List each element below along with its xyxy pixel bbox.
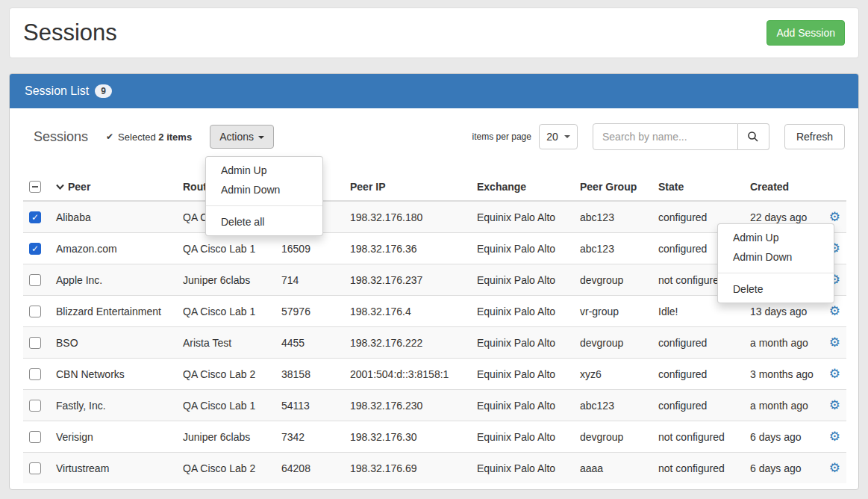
cell-row-actions: ⚙ <box>820 390 846 421</box>
cell-asn: 38158 <box>275 359 344 390</box>
menu-item-delete[interactable]: Delete <box>718 279 834 299</box>
cell-exchange: Equinix Palo Alto <box>471 421 574 453</box>
toolbar-right: items per page 20 Refresh <box>472 123 845 150</box>
cell-exchange: Equinix Palo Alto <box>471 233 574 264</box>
cell-select <box>23 296 50 327</box>
row-checkbox[interactable]: ✓ <box>29 243 41 255</box>
cell-peer: Amazon.com <box>50 233 177 264</box>
cell-peer-ip: 198.32.176.36 <box>344 233 471 264</box>
cell-peer-ip: 198.32.176.222 <box>344 327 471 359</box>
cell-exchange: Equinix Palo Alto <box>471 296 574 327</box>
row-checkbox[interactable] <box>29 400 41 412</box>
gear-icon[interactable]: ⚙ <box>829 304 840 318</box>
cell-peer-group: devgroup <box>574 327 652 359</box>
cell-peer-group: devgroup <box>574 264 652 296</box>
menu-item-admin-down[interactable]: Admin Down <box>206 180 322 199</box>
cell-peer-group: abc123 <box>574 201 652 233</box>
cell-select <box>23 359 50 390</box>
cell-router: Juniper 6clabs <box>177 264 275 296</box>
cell-router: QA Cisco Lab 1 <box>177 233 275 264</box>
gear-icon[interactable]: ⚙ <box>829 210 840 224</box>
menu-item-admin-up[interactable]: Admin Up <box>718 228 834 247</box>
gear-icon[interactable]: ⚙ <box>829 398 840 412</box>
cell-exchange: Equinix Palo Alto <box>471 327 574 359</box>
cell-peer-ip: 198.32.176.237 <box>344 264 471 296</box>
cell-select: ✓ <box>23 201 50 233</box>
cell-exchange: Equinix Palo Alto <box>471 201 574 233</box>
row-checkbox[interactable] <box>29 274 41 286</box>
check-icon: ✔ <box>106 131 113 142</box>
cell-exchange: Equinix Palo Alto <box>471 453 574 484</box>
cell-peer-group: xyz6 <box>574 359 652 390</box>
col-peer-group: Peer Group <box>574 173 652 201</box>
cell-created: 6 days ago <box>744 421 820 453</box>
caret-down-icon <box>258 136 264 139</box>
selected-count: 2 items <box>158 131 192 143</box>
selection-summary: ✔ Selected 2 items <box>106 131 192 143</box>
gear-icon[interactable]: ⚙ <box>829 430 840 444</box>
cell-peer: Alibaba <box>50 201 177 233</box>
cell-row-actions: ⚙ <box>820 453 846 484</box>
caret-down-icon <box>564 135 570 138</box>
toolbar-title: Sessions <box>34 129 88 145</box>
cell-asn: 7342 <box>275 421 344 453</box>
row-checkbox[interactable] <box>29 368 41 380</box>
gear-icon[interactable]: ⚙ <box>829 335 840 350</box>
row-checkbox[interactable] <box>29 431 41 443</box>
cell-peer-ip: 198.32.176.69 <box>344 453 471 484</box>
cell-asn: 64208 <box>275 453 344 484</box>
cell-router: QA Cisco Lab 2 <box>177 453 275 484</box>
table-row: Fastly, Inc. QA Cisco Lab 1 54113 198.32… <box>23 390 846 421</box>
cell-asn: 16509 <box>275 233 344 264</box>
cell-exchange: Equinix Palo Alto <box>471 390 574 421</box>
table-row: BSO Arista Test 4455 198.32.176.222 Equi… <box>23 327 846 359</box>
refresh-button[interactable]: Refresh <box>784 124 845 149</box>
row-checkbox[interactable] <box>29 337 41 349</box>
cell-row-actions: ⚙ <box>820 359 846 390</box>
page-size-select[interactable]: 20 <box>539 124 578 149</box>
search-input[interactable] <box>593 123 738 150</box>
search-icon <box>747 131 759 143</box>
row-checkbox[interactable] <box>29 306 41 317</box>
cell-peer: Virtustream <box>50 453 177 484</box>
cell-peer-ip: 198.32.176.30 <box>344 421 471 453</box>
menu-item-delete-all[interactable]: Delete all <box>206 212 322 232</box>
cell-state: configured <box>652 390 744 421</box>
gear-icon[interactable]: ⚙ <box>829 461 840 475</box>
col-peer[interactable]: Peer <box>50 173 177 201</box>
cell-peer-ip: 198.32.176.4 <box>344 296 471 327</box>
table-row: CBN Networks QA Cisco Lab 2 38158 2001:5… <box>23 359 846 390</box>
menu-divider <box>206 205 322 206</box>
actions-button[interactable]: Actions <box>210 125 274 149</box>
add-session-button[interactable]: Add Session <box>766 20 845 46</box>
search-button[interactable] <box>738 123 769 150</box>
cell-router: QA Cisco Lab 2 <box>177 359 275 390</box>
row-actions-menu: Admin UpAdmin DownDelete <box>717 223 834 303</box>
sessions-table: Peer Router ASN Peer IP Exchange Peer Gr… <box>23 173 846 483</box>
cell-peer-group: devgroup <box>574 421 652 453</box>
page-title: Sessions <box>23 19 117 46</box>
cell-select <box>23 327 50 359</box>
col-peer-ip: Peer IP <box>344 173 471 201</box>
cell-router: Juniper 6clabs <box>177 421 275 453</box>
cell-router: QA Cisco Lab 1 <box>177 296 275 327</box>
menu-divider <box>718 273 834 273</box>
menu-item-admin-down[interactable]: Admin Down <box>718 247 834 267</box>
row-checkbox[interactable] <box>29 462 41 474</box>
cell-state: not configured <box>652 453 744 484</box>
row-checkbox[interactable]: ✓ <box>29 211 41 223</box>
cell-state: configured <box>652 359 744 390</box>
cell-created: a month ago <box>744 327 820 359</box>
menu-item-admin-up[interactable]: Admin Up <box>206 161 322 180</box>
select-all-checkbox[interactable] <box>29 181 41 193</box>
table-row: Verisign Juniper 6clabs 7342 198.32.176.… <box>23 421 846 453</box>
selected-label: Selected <box>118 131 156 143</box>
cell-exchange: Equinix Palo Alto <box>471 359 574 390</box>
gear-icon[interactable]: ⚙ <box>829 367 840 381</box>
panel-title: Session List <box>25 84 89 98</box>
col-select <box>23 173 50 201</box>
page-header: Sessions Add Session <box>9 7 859 58</box>
cell-exchange: Equinix Palo Alto <box>471 264 574 296</box>
cell-created: 3 months ago <box>744 359 820 390</box>
items-per-page-label: items per page <box>472 131 531 142</box>
